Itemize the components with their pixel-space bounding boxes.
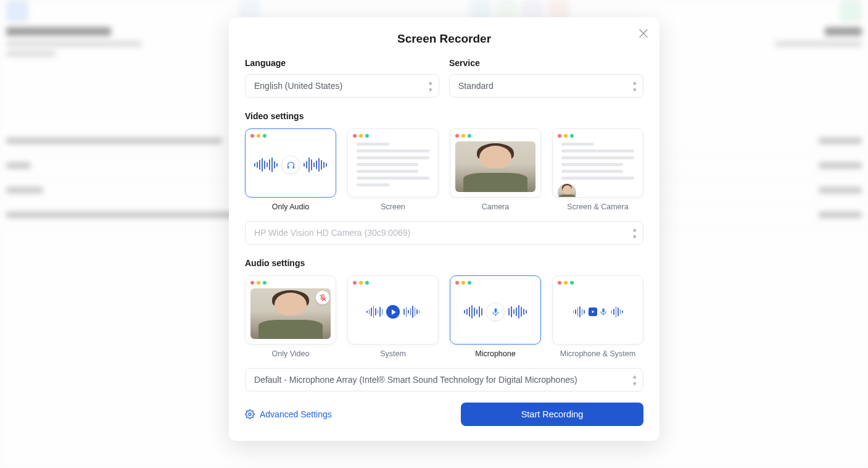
play-icon xyxy=(589,307,597,316)
video-options: Only Audio Screen Camera xyxy=(245,128,643,211)
audio-settings-label: Audio settings xyxy=(245,258,643,268)
option-label: Screen xyxy=(347,203,439,211)
camera-device-select[interactable]: HP Wide Vision HD Camera (30c9:0069) ▴▾ xyxy=(245,221,643,244)
video-option-screen-camera[interactable]: Screen & Camera xyxy=(552,128,643,211)
audio-option-only-video[interactable]: Only Video xyxy=(245,275,336,358)
option-label: Only Audio xyxy=(245,203,336,211)
modal-title: Screen Recorder xyxy=(245,17,643,58)
language-select[interactable]: English (United States) ▴▾ xyxy=(245,74,439,98)
audio-option-mic-system[interactable]: Microphone & System xyxy=(552,275,643,358)
play-icon xyxy=(386,305,400,319)
video-settings-label: Video settings xyxy=(245,111,643,121)
video-option-screen[interactable]: Screen xyxy=(347,128,439,211)
chevron-updown-icon: ▴▾ xyxy=(633,373,637,387)
option-label: Camera xyxy=(450,203,541,211)
microphone-icon xyxy=(486,303,505,321)
language-value: English (United States) xyxy=(254,81,342,91)
headphones-icon xyxy=(281,156,300,174)
option-label: Microphone xyxy=(450,349,541,358)
svg-rect-1 xyxy=(292,165,294,168)
chevron-updown-icon: ▴▾ xyxy=(633,226,637,240)
close-button[interactable] xyxy=(636,26,651,41)
svg-rect-4 xyxy=(494,308,497,313)
svg-rect-6 xyxy=(602,308,605,312)
advanced-settings-label: Advanced Settings xyxy=(260,409,332,419)
chevron-updown-icon: ▴▾ xyxy=(633,79,637,93)
service-label: Service xyxy=(449,58,643,68)
audio-option-microphone[interactable]: Microphone xyxy=(450,275,541,358)
option-label: Screen & Camera xyxy=(552,203,643,211)
microphone-device-select[interactable]: Default - Microphone Array (Intel® Smart… xyxy=(245,368,643,391)
screen-recorder-modal: Screen Recorder Language English (United… xyxy=(229,17,659,441)
service-value: Standard xyxy=(458,81,494,91)
chevron-updown-icon: ▴▾ xyxy=(429,79,432,93)
microphone-device-value: Default - Microphone Array (Intel® Smart… xyxy=(254,375,577,385)
audio-options: Only Video System xyxy=(245,275,643,358)
advanced-settings-link[interactable]: Advanced Settings xyxy=(245,409,332,419)
gear-icon xyxy=(245,409,255,419)
start-recording-button[interactable]: Start Recording xyxy=(461,403,643,426)
svg-rect-0 xyxy=(287,165,289,168)
language-label: Language xyxy=(245,58,439,68)
microphone-icon xyxy=(599,307,608,316)
option-label: System xyxy=(347,349,439,358)
audio-option-system[interactable]: System xyxy=(347,275,439,358)
close-icon xyxy=(639,29,648,38)
option-label: Only Video xyxy=(245,349,336,358)
video-option-camera[interactable]: Camera xyxy=(450,128,541,211)
video-option-only-audio[interactable]: Only Audio xyxy=(245,128,336,211)
service-select[interactable]: Standard ▴▾ xyxy=(449,74,643,98)
svg-point-8 xyxy=(249,413,251,416)
option-label: Microphone & System xyxy=(552,349,643,358)
camera-device-value: HP Wide Vision HD Camera (30c9:0069) xyxy=(254,228,410,238)
mic-muted-icon xyxy=(316,291,329,304)
